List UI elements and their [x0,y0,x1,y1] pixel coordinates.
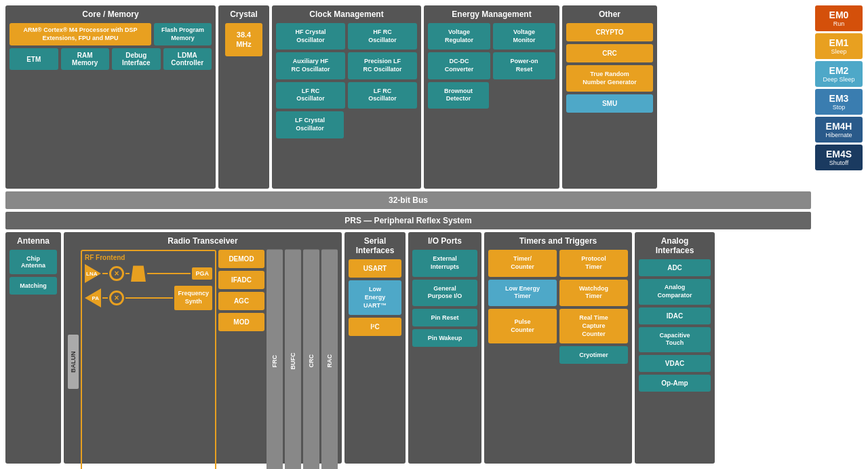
other-col: CRYPTO CRC True RandomNumber Generator S… [566,23,653,113]
em4h-id: EM4H [818,121,860,132]
em4s-label: Shutoff [818,160,860,166]
lna-filter [131,265,146,282]
pulse-counter-box: PulseCounter [488,309,557,343]
em3-item: EM3 Stop [815,89,863,115]
em4h-label: Hibernate [818,132,860,138]
analog-comparator-box: AnalogComparator [639,279,711,304]
io-col: ExternalInterrupts GeneralPurpose I/O Pi… [412,250,477,347]
serial-panel: Serial Interfaces USART LowEnergyUART™ I… [344,232,406,464]
core-memory-top-row: ARM® Cortex® M4 Processor with DSP Exten… [9,23,212,45]
gpio-box: GeneralPurpose I/O [412,280,477,306]
clock-mgmt-title: Clock Management [276,10,417,19]
lna-line [102,273,108,274]
agc-box: AGC [218,292,264,310]
em1-label: Sleep [818,48,860,55]
diagram-area: Core / Memory ARM® Cortex® M4 Processor … [5,5,811,464]
lf-rc-osc-2: LF RCOscillator [348,82,417,109]
em1-id: EM1 [818,37,860,48]
analog-col: ADC AnalogComparator IDAC CapacitiveTouc… [639,259,711,392]
frc-container: FRC [267,250,283,469]
radio-layout: BALUN RF Frontend LNA [68,250,338,469]
io-title: I/O Ports [412,236,477,246]
hf-rc-osc: HF RCOscillator [348,23,417,50]
power-on-reset: Power-onReset [493,52,555,79]
core-memory-title: Core / Memory [9,10,212,19]
clock-mgmt-panel: Clock Management HF CrystalOscillator HF… [272,5,421,189]
crc-box-other: CRC [566,44,653,62]
demod-col: DEMOD IFADC AGC MOD [218,250,264,469]
pa-label: PA [92,295,99,301]
rf-frontend-box: RF Frontend LNA [81,250,216,469]
radio-title: Radio Transceiver [68,236,338,246]
lna-shape: LNA [85,264,101,283]
smu-box: SMU [566,94,653,113]
crc-container: CRC [303,250,319,469]
prs-bar: PRS — Peripheral Reflex System [5,212,811,229]
vdac-box: VDAC [639,355,711,372]
etm-box: ETM [9,48,58,70]
balun-container: BALUN [68,250,79,469]
voltage-regulator: VoltageRegulator [428,23,490,50]
freq-synth-box: Frequency Synth [174,286,212,309]
em0-id: EM0 [818,10,860,20]
pa-row: PA × Frequency Synth [85,286,212,309]
antenna-body: ChipAntenna Matching [9,250,57,295]
ifadc-box: IFADC [218,271,264,289]
matching-box: Matching [9,277,57,295]
rtcc-box: Real TimeCaptureCounter [559,309,628,343]
timer-counter-box: Timer/Counter [488,250,557,276]
arm-processor-box: ARM® Cortex® M4 Processor with DSP Exten… [9,23,151,45]
bufc-box: BUFC [285,250,301,469]
lna-label: LNA [86,271,97,277]
i2c-box: I²C [349,318,401,336]
low-energy-uart-box: LowEnergyUART™ [349,280,401,315]
crystal-title: Crystal [230,10,258,19]
op-amp-box: Op-Amp [639,375,711,392]
core-memory-panel: Core / Memory ARM® Cortex® M4 Processor … [5,5,216,189]
core-memory-bottom-row: ETM RAM Memory Debug Interface LDMA Cont… [9,48,212,70]
pga-box: PGA [192,267,212,280]
em3-id: EM3 [818,93,860,104]
lna-mixer: × [109,266,124,281]
radio-panel: Radio Transceiver BALUN RF Frontend [64,232,342,464]
energy-grid: VoltageRegulator VoltageMonitor DC-DCCon… [428,23,555,109]
chip-antenna-box: ChipAntenna [9,250,57,274]
flash-memory-box: Flash Program Memory [154,23,212,45]
lf-crystal-osc: LF CrystalOscillator [276,111,344,138]
io-panel: I/O Ports ExternalInterrupts GeneralPurp… [408,232,481,464]
rf-frontend-title: RF Frontend [85,254,212,261]
frc-box: FRC [267,250,283,469]
low-energy-timer-box: Low EnergyTimer [488,280,557,306]
main-container: Core / Memory ARM® Cortex® M4 Processor … [0,0,868,469]
em2-label: Deep Sleep [818,76,860,83]
crystal-freq-box: 38.4 MHz [225,23,262,56]
timers-title: Timers and Triggers [488,236,628,246]
bottom-section: Antenna ChipAntenna Matching Radio Trans… [5,232,811,464]
cryotimer-box: Cryotimer [559,346,628,364]
em4s-item: EM4S Shutoff [815,145,863,170]
em4h-item: EM4H Hibernate [815,117,863,143]
timers-grid: Timer/Counter ProtocolTimer Low EnergyTi… [488,250,628,364]
aux-hf-rc-osc: Auxiliary HFRC Oscillator [276,52,345,79]
watchdog-timer-box: WatchdogTimer [559,280,628,306]
idac-box: IDAC [639,307,711,324]
voltage-monitor: VoltageMonitor [493,23,555,50]
em4s-id: EM4S [818,149,860,160]
balun-box: BALUN [68,335,79,389]
brownout-detector: BrownoutDetector [428,82,489,109]
mod-box: MOD [218,313,264,331]
radio-inner: BALUN RF Frontend LNA [68,250,338,469]
ram-box: RAM Memory [61,48,110,70]
antenna-panel: Antenna ChipAntenna Matching [5,232,61,464]
top-section: Core / Memory ARM® Cortex® M4 Processor … [5,5,811,189]
ldma-box: LDMA Controller [163,48,212,70]
analog-panel: Analog Interfaces ADC AnalogComparator I… [635,232,715,464]
pa-shape: PA [85,288,101,307]
energy-mgmt-title: Energy Management [428,10,555,19]
usart-box: USART [349,259,401,278]
clock-grid: HF CrystalOscillator HF RCOscillator Aux… [276,23,417,138]
ext-interrupts-box: ExternalInterrupts [412,250,477,276]
bus-bar: 32-bit Bus [5,191,811,209]
bufc-container: BUFC [285,250,301,469]
timers-panel: Timers and Triggers Timer/Counter Protoc… [484,232,632,464]
